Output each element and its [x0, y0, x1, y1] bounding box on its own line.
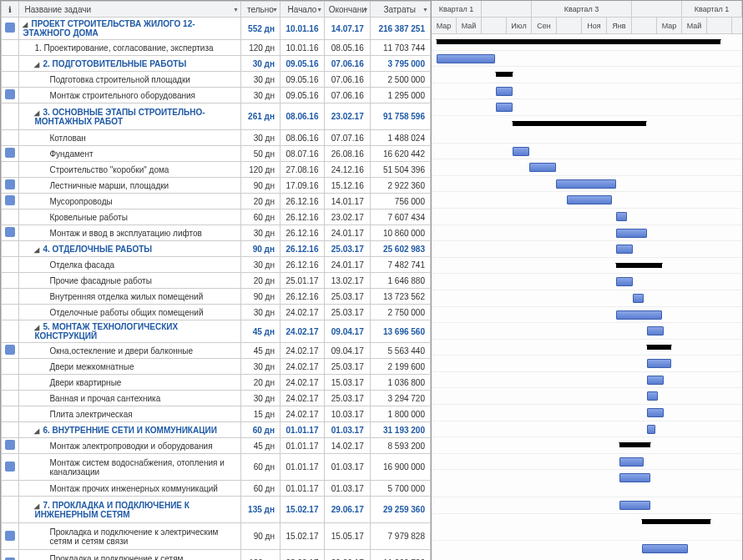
duration-cell[interactable]: 30 дн: [240, 130, 280, 146]
name-cell[interactable]: Окна,остекление и двери балконные: [19, 343, 241, 359]
start-cell[interactable]: 08.06.16: [280, 130, 324, 146]
name-cell[interactable]: Монтаж электропроводки и оборудования: [19, 438, 241, 454]
duration-cell[interactable]: 20 дн: [240, 194, 280, 209]
duration-cell[interactable]: 30 дн: [240, 391, 280, 406]
cost-cell[interactable]: 11 703 744: [371, 40, 431, 56]
dropdown-icon[interactable]: ▼: [363, 7, 369, 13]
finish-cell[interactable]: 24.01.17: [325, 225, 371, 241]
cost-cell[interactable]: 3 294 720: [371, 391, 431, 406]
gantt-row[interactable]: [432, 144, 742, 160]
task-row[interactable]: ◢3. ОСНОВНЫЕ ЭТАПЫ СТРОИТЕЛЬНО-МОНТАЖНЫХ…: [2, 103, 431, 130]
gantt-row[interactable]: [432, 99, 742, 116]
gantt-row[interactable]: [432, 307, 742, 324]
dropdown-icon[interactable]: ▼: [233, 7, 239, 13]
gantt-row[interactable]: [432, 454, 742, 471]
task-bar[interactable]: [647, 425, 655, 434]
duration-cell[interactable]: 120 дн: [240, 550, 280, 561]
cost-cell[interactable]: 2 750 000: [371, 305, 431, 320]
task-bar[interactable]: [529, 163, 556, 172]
finish-cell[interactable]: 01.03.17: [325, 422, 371, 438]
duration-cell[interactable]: 90 дн: [240, 523, 280, 550]
finish-cell[interactable]: 14.02.17: [325, 438, 371, 454]
summary-bar[interactable]: [437, 39, 720, 44]
duration-cell[interactable]: 45 дн: [240, 343, 280, 359]
cost-cell[interactable]: 3 795 000: [371, 56, 431, 72]
finish-cell[interactable]: 15.03.17: [325, 375, 371, 391]
cost-cell[interactable]: 13 696 560: [371, 320, 431, 343]
start-cell[interactable]: 17.09.16: [280, 178, 324, 194]
start-cell[interactable]: 01.01.17: [280, 438, 324, 454]
cost-cell[interactable]: 1 036 800: [371, 375, 431, 391]
collapse-icon[interactable]: ◢: [34, 427, 41, 435]
task-bar[interactable]: [616, 277, 633, 286]
start-cell[interactable]: 08.06.16: [280, 103, 324, 130]
dropdown-icon[interactable]: ▼: [316, 7, 322, 13]
finish-cell[interactable]: 26.08.16: [325, 146, 371, 162]
finish-cell[interactable]: 29.06.17: [325, 550, 371, 561]
gantt-row[interactable]: [432, 290, 742, 307]
task-bar[interactable]: [496, 87, 513, 96]
duration-cell[interactable]: 50 дн: [240, 146, 280, 162]
start-cell[interactable]: 02.03.17: [280, 550, 324, 561]
gantt-row[interactable]: [432, 541, 742, 560]
cost-cell[interactable]: 10 860 000: [371, 225, 431, 241]
gantt-row[interactable]: [432, 159, 742, 176]
duration-cell[interactable]: 20 дн: [240, 375, 280, 391]
collapse-icon[interactable]: ◢: [34, 246, 41, 254]
name-cell[interactable]: Двери межкомнатные: [19, 359, 241, 375]
gantt-row[interactable]: [432, 340, 742, 356]
finish-cell[interactable]: 29.06.17: [325, 497, 371, 523]
task-row[interactable]: ◢7. ПРОКЛАДКА И ПОДКЛЮЧЕНИЕ К ИНЖЕНЕРНЫМ…: [2, 497, 431, 523]
gantt-row[interactable]: [432, 83, 742, 100]
task-row[interactable]: Окна,остекление и двери балконные45 дн24…: [2, 343, 431, 359]
start-cell[interactable]: 26.12.16: [280, 209, 324, 225]
duration-cell[interactable]: 90 дн: [240, 178, 280, 194]
task-bar[interactable]: [647, 408, 664, 417]
start-cell[interactable]: 10.01.16: [280, 40, 324, 56]
finish-cell[interactable]: 14.01.17: [325, 194, 371, 209]
cost-cell[interactable]: 8 593 200: [371, 438, 431, 454]
duration-cell[interactable]: 30 дн: [240, 305, 280, 320]
start-cell[interactable]: 27.08.16: [280, 162, 324, 178]
col-info[interactable]: ℹ: [2, 2, 19, 18]
name-cell[interactable]: Прочие фасадные работы: [19, 273, 241, 289]
name-cell[interactable]: Плита электрическая: [19, 406, 241, 422]
start-cell[interactable]: 15.02.17: [280, 497, 324, 523]
task-row[interactable]: Отделка фасада30 дн26.12.1624.01.177 482…: [2, 257, 431, 273]
summary-bar[interactable]: [642, 519, 710, 524]
finish-cell[interactable]: 01.03.17: [325, 481, 371, 497]
name-cell[interactable]: Фундамент: [19, 146, 241, 162]
collapse-icon[interactable]: ◢: [34, 502, 41, 510]
finish-cell[interactable]: 24.12.16: [325, 162, 371, 178]
start-cell[interactable]: 26.12.16: [280, 241, 324, 257]
start-cell[interactable]: 08.07.16: [280, 146, 324, 162]
task-row[interactable]: Двери квартирные20 дн24.02.1715.03.171 0…: [2, 375, 431, 391]
task-row[interactable]: Мусоропроводы20 дн26.12.1614.01.17756 00…: [2, 194, 431, 209]
finish-cell[interactable]: 07.06.16: [325, 72, 371, 88]
finish-cell[interactable]: 24.01.17: [325, 257, 371, 273]
duration-cell[interactable]: 30 дн: [240, 257, 280, 273]
task-row[interactable]: Кровельные работы60 дн26.12.1623.02.177 …: [2, 209, 431, 225]
duration-cell[interactable]: 60 дн: [240, 209, 280, 225]
name-cell[interactable]: Внутренняя отделка жилых помещений: [19, 289, 241, 305]
dropdown-icon[interactable]: ▼: [422, 7, 428, 13]
start-cell[interactable]: 24.02.17: [280, 359, 324, 375]
start-cell[interactable]: 24.02.17: [280, 343, 324, 359]
duration-cell[interactable]: 60 дн: [240, 454, 280, 481]
start-cell[interactable]: 24.02.17: [280, 320, 324, 343]
col-duration[interactable]: тельно▼: [240, 2, 280, 18]
start-cell[interactable]: 24.02.17: [280, 375, 324, 391]
finish-cell[interactable]: 10.03.17: [325, 406, 371, 422]
start-cell[interactable]: 01.01.17: [280, 422, 324, 438]
task-row[interactable]: ◢ПРОЕКТ СТРОИТЕЛЬСТВА ЖИЛОГО 12-ЭТАЖНОГО…: [2, 18, 431, 40]
start-cell[interactable]: 01.01.17: [280, 481, 324, 497]
cost-cell[interactable]: 5 700 000: [371, 481, 431, 497]
task-row[interactable]: Внутренняя отделка жилых помещений90 дн2…: [2, 289, 431, 305]
cost-cell[interactable]: 2 199 600: [371, 359, 431, 375]
summary-bar[interactable]: [496, 72, 513, 77]
finish-cell[interactable]: 07.07.16: [325, 130, 371, 146]
duration-cell[interactable]: 30 дн: [240, 359, 280, 375]
task-row[interactable]: Ванная и прочая сантехника30 дн24.02.172…: [2, 391, 431, 406]
name-cell[interactable]: Монтаж строительного оборудования: [19, 88, 241, 103]
name-cell[interactable]: ◢4. ОТДЕЛОЧНЫЕ РАБОТЫ: [19, 241, 241, 257]
